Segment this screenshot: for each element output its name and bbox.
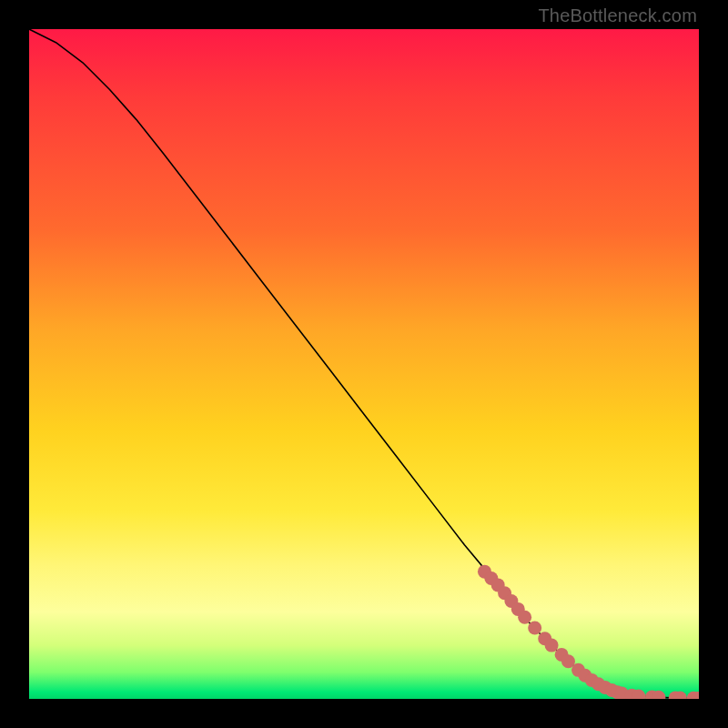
curve-line bbox=[29, 29, 699, 698]
scatter-dots bbox=[478, 565, 699, 699]
plot-area bbox=[29, 29, 699, 699]
chart-svg bbox=[29, 29, 699, 699]
watermark-label: TheBottleneck.com bbox=[538, 5, 697, 26]
chart-frame: TheBottleneck.com bbox=[0, 0, 728, 728]
scatter-dot bbox=[545, 639, 559, 652]
scatter-dot bbox=[528, 621, 541, 634]
scatter-dot bbox=[518, 611, 531, 624]
